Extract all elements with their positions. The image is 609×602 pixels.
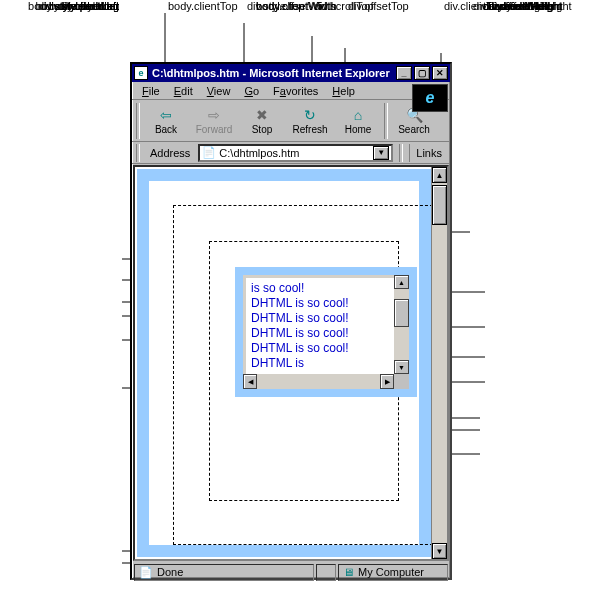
maximize-button[interactable]: ▢ bbox=[414, 66, 430, 80]
back-arrow-icon: ⇦ bbox=[160, 107, 172, 123]
links-label[interactable]: Links bbox=[409, 144, 448, 162]
ie-document-icon: e bbox=[134, 66, 148, 80]
forward-arrow-icon: ⇨ bbox=[208, 107, 220, 123]
address-value: C:\dhtmlpos.htm bbox=[219, 147, 370, 159]
menu-go[interactable]: Go bbox=[238, 84, 265, 98]
minimize-button[interactable]: _ bbox=[396, 66, 412, 80]
scroll-up-icon[interactable]: ▲ bbox=[394, 275, 409, 289]
scroll-corner bbox=[394, 374, 409, 389]
links-grip[interactable] bbox=[399, 144, 403, 162]
viewport: is so cool! DHTML is so cool! DHTML is s… bbox=[133, 165, 449, 561]
div-hscrollbar[interactable]: ◀ ▶ bbox=[243, 374, 409, 389]
statusbar: 📄 Done 🖥 My Computer bbox=[132, 562, 450, 582]
div-content: is so cool! DHTML is so cool! DHTML is s… bbox=[246, 278, 394, 374]
stop-icon: ✖ bbox=[256, 107, 268, 123]
toolbar-sep bbox=[384, 103, 388, 139]
status-zone: 🖥 My Computer bbox=[338, 564, 448, 581]
refresh-button[interactable]: ↻Refresh bbox=[286, 102, 334, 140]
div-scroll-region: is so cool! DHTML is so cool! DHTML is s… bbox=[243, 275, 409, 389]
refresh-icon: ↻ bbox=[304, 107, 316, 123]
home-label: Home bbox=[345, 124, 372, 135]
menu-edit[interactable]: Edit bbox=[168, 84, 199, 98]
address-label: Address bbox=[146, 147, 194, 159]
address-dropdown-button[interactable]: ▼ bbox=[373, 146, 389, 160]
callout-div-offsetTop: div.offsetTop bbox=[348, 0, 409, 12]
home-icon: ⌂ bbox=[354, 107, 362, 123]
back-button[interactable]: ⇦Back bbox=[142, 102, 190, 140]
address-combo[interactable]: 📄 C:\dhtmlpos.htm ▼ bbox=[198, 144, 393, 162]
refresh-label: Refresh bbox=[292, 124, 327, 135]
browser-window: e C:\dhtmlpos.htm - Microsoft Internet E… bbox=[130, 62, 452, 580]
callout-body-offsetWidth: body.offsetWidth bbox=[256, 0, 337, 12]
menu-file[interactable]: File bbox=[136, 84, 166, 98]
zone-text: My Computer bbox=[358, 566, 424, 578]
address-bar: Address 📄 C:\dhtmlpos.htm ▼ Links bbox=[132, 142, 450, 164]
callout-div-offsetWidth: div.offsetWidth bbox=[483, 0, 554, 12]
body-border-region: is so cool! DHTML is so cool! DHTML is s… bbox=[137, 169, 431, 557]
scroll-down-icon[interactable]: ▼ bbox=[394, 360, 409, 374]
toolbar-grip[interactable] bbox=[136, 103, 140, 139]
computer-icon: 🖥 bbox=[343, 566, 354, 578]
vp-scroll-thumb[interactable] bbox=[432, 185, 447, 225]
scroll-right-icon[interactable]: ▶ bbox=[380, 374, 394, 389]
addr-grip[interactable] bbox=[136, 144, 140, 162]
scroll-thumb[interactable] bbox=[394, 299, 409, 327]
ie-logo-icon: e bbox=[412, 84, 448, 112]
viewport-vscrollbar[interactable]: ▲ ▼ bbox=[431, 167, 447, 559]
callout-body-style-border: body.style.border bbox=[10, 0, 119, 12]
toolbar: ⇦Back ⇨Forward ✖Stop ↻Refresh ⌂Home 🔍Sea… bbox=[132, 100, 450, 142]
menu-view[interactable]: View bbox=[201, 84, 237, 98]
callout-body-clientTop: body.clientTop bbox=[168, 0, 238, 12]
page-icon: 📄 bbox=[202, 146, 216, 159]
home-button[interactable]: ⌂Home bbox=[334, 102, 382, 140]
status-text: Done bbox=[157, 566, 183, 578]
search-label: Search bbox=[398, 124, 430, 135]
status-main: 📄 Done bbox=[134, 564, 314, 581]
back-label: Back bbox=[155, 124, 177, 135]
done-page-icon: 📄 bbox=[139, 566, 153, 579]
body-padding-region: is so cool! DHTML is so cool! DHTML is s… bbox=[149, 181, 419, 545]
vp-scroll-up-icon[interactable]: ▲ bbox=[432, 167, 447, 183]
stop-button[interactable]: ✖Stop bbox=[238, 102, 286, 140]
forward-button[interactable]: ⇨Forward bbox=[190, 102, 238, 140]
forward-label: Forward bbox=[196, 124, 233, 135]
close-button[interactable]: ✕ bbox=[432, 66, 448, 80]
div-vscrollbar[interactable]: ▲ ▼ bbox=[394, 275, 409, 374]
menubar: File Edit View Go Favorites Help bbox=[132, 82, 450, 100]
div-border-region: is so cool! DHTML is so cool! DHTML is s… bbox=[235, 267, 417, 397]
menu-favorites[interactable]: Favorites bbox=[267, 84, 324, 98]
menu-help[interactable]: Help bbox=[326, 84, 361, 98]
window-title: C:\dhtmlpos.htm - Microsoft Internet Exp… bbox=[152, 67, 396, 79]
scroll-left-icon[interactable]: ◀ bbox=[243, 374, 257, 389]
status-pane-2 bbox=[316, 564, 336, 581]
titlebar[interactable]: e C:\dhtmlpos.htm - Microsoft Internet E… bbox=[132, 64, 450, 82]
stop-label: Stop bbox=[252, 124, 273, 135]
vp-scroll-down-icon[interactable]: ▼ bbox=[432, 543, 447, 559]
